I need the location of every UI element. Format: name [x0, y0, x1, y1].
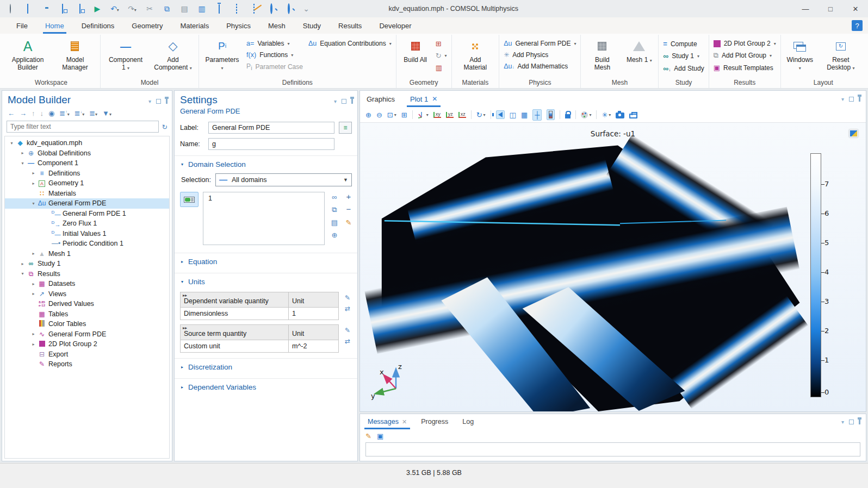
tree-item-geometry-1[interactable]: ▸AGeometry 1 [5, 178, 169, 189]
windows-button[interactable]: Windows▾ [785, 36, 815, 73]
reset-desktop-button[interactable]: ↻ Reset Desktop ▾ [820, 36, 861, 73]
tab-mesh[interactable]: Mesh [268, 17, 286, 34]
tree-item-zero-flux-1[interactable]: D→Zero Flux 1 [5, 218, 169, 229]
tree-item-results-general-form-pde[interactable]: ▸∿General Form PDE [5, 329, 169, 340]
tree-item-study-1[interactable]: ▸∞Study 1 [5, 259, 169, 269]
tree-item-periodic-condition-1[interactable]: —•Periodic Condition 1 [5, 239, 169, 249]
panel-menu-icon[interactable]: ▾ [334, 98, 337, 104]
messages-output[interactable] [365, 442, 860, 456]
unit-cell[interactable]: 1 [288, 308, 338, 320]
paste-selection-icon[interactable]: ▤ [329, 218, 340, 227]
expand-all-icon[interactable]: ≣↑▾ [59, 109, 69, 117]
component-1-button[interactable]: — Component 1 ▾ [105, 36, 146, 73]
panel-float-icon[interactable] [849, 420, 854, 424]
variables-button[interactable]: a= Variables▾ [246, 40, 303, 47]
zoom-in-icon[interactable]: ⊕ [365, 111, 371, 119]
node-order-icon[interactable]: ≣▾ [89, 109, 97, 117]
general-form-pde-button[interactable]: Δu General Form PDE▾ [504, 40, 576, 47]
tab-progress[interactable]: Progress [421, 414, 448, 429]
scene-light-icon[interactable] [496, 110, 505, 119]
close-button[interactable]: ✕ [843, 0, 868, 17]
plot-thumbnail-icon[interactable] [849, 129, 858, 137]
maximize-button[interactable]: □ [818, 0, 843, 17]
parameters-button[interactable]: Pi Parameters ▾ [203, 36, 241, 73]
color-legend-icon[interactable] [547, 109, 555, 120]
grid-icon[interactable]: ▦ [521, 111, 528, 119]
clear-messages-icon[interactable]: ✎ [365, 432, 371, 440]
select-box-icon[interactable] [232, 4, 241, 13]
edit-unit-icon[interactable]: ✎ [345, 294, 350, 302]
tree-item-mesh-1[interactable]: ▸▲Mesh 1 [5, 249, 169, 259]
panel-menu-icon[interactable]: ▾ [148, 98, 151, 104]
move-down-icon[interactable]: ↓ [40, 109, 44, 117]
run-icon[interactable]: ▶ [92, 4, 102, 13]
quantity-cell[interactable]: Custom unit [181, 340, 288, 352]
print-icon[interactable] [629, 111, 637, 118]
tree-item-results[interactable]: ▾⧉Results [5, 269, 169, 279]
tree-item-views[interactable]: ▸↗Views [5, 289, 169, 299]
forward-icon[interactable]: → [20, 109, 27, 117]
find-icon[interactable] [266, 4, 276, 13]
rotate-icon[interactable]: ↻▾ [476, 111, 486, 119]
close-tab-icon[interactable]: ✕ [402, 418, 407, 426]
panel-float-icon[interactable] [342, 99, 346, 104]
tree-item-root[interactable]: ▾◆kdv_equation.mph [5, 138, 169, 148]
domain-list-item[interactable]: 1 [203, 194, 324, 203]
cut-icon[interactable]: ✂ [145, 4, 154, 13]
create-selection-icon[interactable]: ∞ [329, 193, 340, 201]
copy-selection-icon[interactable]: ⧉ [329, 205, 340, 214]
active-toggle-button[interactable] [180, 192, 199, 207]
refresh-icon[interactable]: ↻ [162, 123, 168, 131]
panel-menu-icon[interactable]: ▾ [841, 419, 844, 425]
tab-study[interactable]: Study [303, 17, 321, 34]
copy-icon[interactable]: ⧉ [162, 4, 172, 14]
close-tab-icon[interactable]: ✕ [432, 95, 437, 103]
open-in-window-icon[interactable]: ▣ [377, 432, 383, 440]
panel-pin-icon[interactable] [351, 99, 353, 104]
update-geometry-button[interactable]: ↻▾ [436, 52, 447, 60]
build-mesh-button[interactable]: Build Mesh [585, 36, 619, 73]
duplicate-icon[interactable]: ▥ [197, 4, 207, 13]
toolbar-overflow-icon[interactable]: ⌄ [301, 4, 311, 13]
rename-button[interactable]: ≡ [339, 122, 352, 134]
tree-item-export[interactable]: ⊟Export [5, 349, 169, 360]
edit-unit-icon[interactable]: ✎ [345, 327, 350, 334]
panel-menu-icon[interactable]: ▾ [841, 96, 844, 102]
tab-results[interactable]: Results [338, 17, 362, 34]
panel-float-icon[interactable] [156, 99, 161, 104]
2d-plot-group-2-button[interactable]: 2D Plot Group 2▾ [714, 40, 776, 47]
geometry-sequence-button[interactable]: ▥ [436, 64, 447, 72]
filter-icon[interactable]: ▼▾ [102, 109, 111, 117]
axis-orientation-icon[interactable]: ┼ [532, 109, 542, 121]
add-to-selection-icon[interactable]: + [343, 193, 354, 201]
new-file-icon[interactable] [23, 4, 33, 13]
show-icon[interactable]: ◉ [48, 109, 54, 117]
tree-item-component-1[interactable]: ▾—Component 1 [5, 158, 169, 168]
change-unit-icon[interactable]: ⇄ [345, 305, 350, 312]
panel-float-icon[interactable] [849, 97, 854, 102]
build-all-button[interactable]: Build All [401, 36, 430, 65]
tree-item-color-tables[interactable]: Color Tables [5, 319, 169, 329]
result-templates-button[interactable]: ▣ Result Templates [714, 64, 776, 72]
discretization-header[interactable]: ▸ Discretization [175, 359, 357, 375]
study-1-button[interactable]: ∞ Study 1▾ [663, 52, 704, 60]
mesh-1-button[interactable]: Mesh 1 ▾ [624, 36, 654, 65]
tree-item-global-definitions[interactable]: ▸⊕Global Definitions [5, 148, 169, 159]
save-icon[interactable] [58, 4, 67, 13]
add-component-button[interactable]: ◇ Add Component ▾ [152, 36, 194, 73]
model-manager-button[interactable]: Model Manager [54, 36, 96, 73]
move-up-icon[interactable]: ↑ [32, 109, 35, 117]
tree-item-datasets[interactable]: ▸▦Datasets [5, 279, 169, 289]
back-icon[interactable]: ← [8, 109, 15, 117]
application-builder-button[interactable]: A Application Builder [7, 36, 49, 73]
tab-messages[interactable]: Messages✕ [368, 414, 407, 429]
tree-item-reports[interactable]: ✎Reports [5, 359, 169, 370]
tab-file[interactable]: File [16, 17, 28, 34]
tree-item-initial-values-1[interactable]: D—Initial Values 1 [5, 229, 169, 239]
unit-cell[interactable]: m^-2 [288, 340, 338, 352]
panel-pin-icon[interactable] [859, 97, 860, 102]
help-button[interactable]: ? [852, 20, 863, 31]
tab-physics[interactable]: Physics [226, 17, 251, 34]
zoom-to-selection-icon[interactable]: ⊕ [329, 231, 340, 239]
minimize-button[interactable]: — [793, 0, 818, 17]
